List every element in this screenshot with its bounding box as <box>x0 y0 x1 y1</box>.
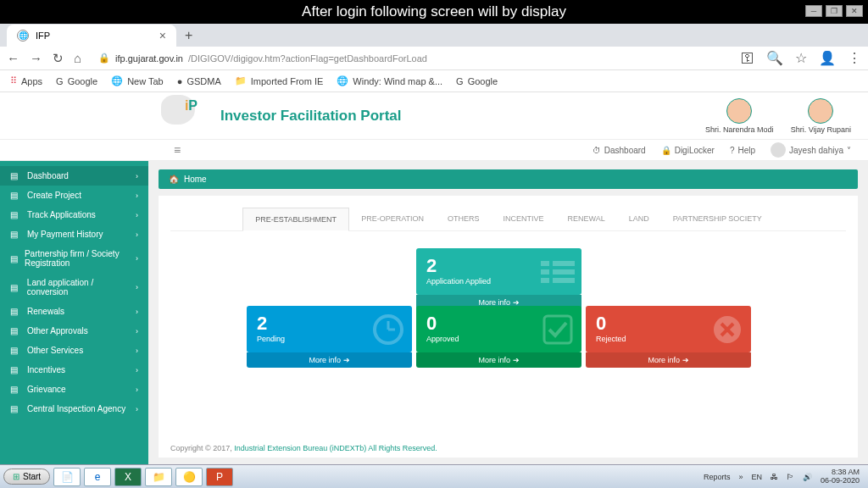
svg-rect-1 <box>553 261 575 266</box>
sidebar-item-central-inspection[interactable]: ▤Central Inspection Agency› <box>0 399 148 419</box>
sidebar-item-dashboard[interactable]: ▤Dashboard› <box>0 166 148 186</box>
expand-tray-icon[interactable]: » <box>738 473 743 481</box>
bookmarks-bar: ⠿Apps GGoogle 🌐New Tab ●GSDMA 📁Imported … <box>0 70 868 92</box>
chevron-right-icon: › <box>136 172 138 180</box>
taskbar-app[interactable]: 🟡 <box>175 468 203 486</box>
bookmark-item[interactable]: 📁Imported From IE <box>235 75 324 86</box>
language-indicator[interactable]: EN <box>751 473 762 481</box>
doc-icon: ▤ <box>10 171 22 180</box>
doc-icon: ▤ <box>10 346 22 355</box>
more-info-link[interactable]: More info ➔ <box>247 352 412 368</box>
footer-link[interactable]: Industrial Extension Bureau (iNDEXTb) Al… <box>234 444 437 452</box>
footer-text: Copyright © 2017, Industrial Extension B… <box>170 444 437 452</box>
bookmark-item[interactable]: GGoogle <box>456 76 498 86</box>
dashboard-cards: 2 Application Applied More info ➔ 2 Pend… <box>170 248 846 375</box>
profile-icon[interactable]: 👤 <box>819 50 836 66</box>
toolbar-dashboard[interactable]: ⏱Dashboard <box>593 146 646 155</box>
help-icon: ? <box>730 146 735 155</box>
card-application-applied[interactable]: 2 Application Applied More info ➔ <box>416 248 581 295</box>
bookmark-item[interactable]: 🌐New Tab <box>111 75 164 86</box>
sidebar-item-payment-history[interactable]: ▤My Payment History› <box>0 225 148 244</box>
flag-icon[interactable]: 🏳 <box>787 473 794 481</box>
chevron-right-icon: › <box>136 230 138 239</box>
tab-title: IFP <box>36 30 50 41</box>
tab-land[interactable]: LAND <box>617 208 661 230</box>
sidebar-item-grievance[interactable]: ▤Grievance› <box>0 380 148 399</box>
star-icon[interactable]: ☆ <box>795 50 807 66</box>
chevron-right-icon: › <box>136 405 138 413</box>
minimize-button[interactable]: ─ <box>805 5 822 17</box>
bookmark-item[interactable]: 🌐Windy: Wind map &... <box>337 75 442 86</box>
key-icon[interactable]: ⚿ <box>741 51 754 66</box>
taskbar-app[interactable]: X <box>114 468 142 486</box>
windows-icon: ⊞ <box>13 472 19 481</box>
sidebar-item-create-project[interactable]: ▤Create Project› <box>0 186 148 205</box>
sound-icon[interactable]: 🔊 <box>803 473 812 481</box>
reload-icon[interactable]: ↻ <box>53 51 64 66</box>
sidebar-item-other-approvals[interactable]: ▤Other Approvals› <box>0 321 148 341</box>
search-icon[interactable]: 🔍 <box>766 50 783 66</box>
tab-incentive[interactable]: INCENTIVE <box>491 208 555 230</box>
chevron-right-icon: › <box>136 366 138 374</box>
hamburger-icon[interactable]: ≡ <box>174 143 181 157</box>
maximize-button[interactable]: ❐ <box>826 5 843 17</box>
sidebar-item-other-services[interactable]: ▤Other Services› <box>0 341 148 360</box>
card-pending[interactable]: 2 Pending More info ➔ <box>247 306 412 352</box>
cross-icon <box>710 313 744 347</box>
forward-icon[interactable]: → <box>30 51 42 65</box>
taskbar-app[interactable]: 📁 <box>145 468 172 486</box>
sidebar-item-land-application[interactable]: ▤Land application / conversion› <box>0 273 148 302</box>
card-approved[interactable]: 0 Approved More info ➔ <box>416 306 581 352</box>
tab-partnership-society[interactable]: PARTNERSHIP SOCIETY <box>661 208 774 230</box>
new-tab-button[interactable]: + <box>176 25 201 47</box>
bookmark-item[interactable]: GGoogle <box>56 76 97 86</box>
browser-nav-bar: ← → ↻ ⌂ 🔒 ifp.gujarat.gov.in/DIGIGOV/dig… <box>0 47 868 70</box>
more-info-link[interactable]: More info ➔ <box>586 352 751 368</box>
tab-renewal[interactable]: RENEWAL <box>556 208 617 230</box>
start-button[interactable]: ⊞ Start <box>3 469 50 485</box>
network-icon[interactable]: 🖧 <box>771 473 778 481</box>
lock-icon: 🔒 <box>661 146 671 155</box>
card-rejected[interactable]: 0 Rejected More info ➔ <box>586 306 751 352</box>
home-icon: 🏠 <box>169 175 179 184</box>
sidebar-item-track-applications[interactable]: ▤Track Applications› <box>0 205 148 225</box>
taskbar-app[interactable]: P <box>206 468 233 486</box>
close-button[interactable]: ✕ <box>846 5 863 17</box>
sidebar-item-renewals[interactable]: ▤Renewals› <box>0 302 148 321</box>
more-info-link[interactable]: More info ➔ <box>416 352 581 368</box>
sidebar-item-incentives[interactable]: ▤Incentives› <box>0 360 148 380</box>
apps-button[interactable]: ⠿Apps <box>10 75 42 86</box>
svg-rect-2 <box>541 269 549 274</box>
url-bar[interactable]: 🔒 ifp.gujarat.gov.in/DIGIGOV/digigov.htm… <box>92 50 731 66</box>
windows-taskbar: ⊞ Start 📄 e X 📁 🟡 P Reports » EN 🖧 🏳 🔊 8… <box>0 464 868 488</box>
toolbar-digilocker[interactable]: 🔒DigiLocker <box>661 146 715 155</box>
sidebar-item-partnership-firm[interactable]: ▤Partnership firm / Society Registration… <box>0 244 148 273</box>
user-menu[interactable]: Jayesh dahiya ˅ <box>771 142 851 158</box>
toolbar-help[interactable]: ?Help <box>730 146 755 155</box>
chevron-right-icon: › <box>136 211 138 219</box>
gauge-icon: ⏱ <box>593 146 601 155</box>
browser-tab[interactable]: 🌐 IFP × <box>7 25 176 47</box>
page-header: iP Investor Facilitation Portal Shri. Na… <box>0 92 868 139</box>
taskbar-app[interactable]: 📄 <box>53 468 81 486</box>
clock[interactable]: 8:38 AM 06-09-2020 <box>821 469 860 485</box>
globe-icon: 🌐 <box>17 30 29 42</box>
taskbar-app[interactable]: e <box>84 468 111 486</box>
bookmark-item[interactable]: ●GSDMA <box>177 76 221 86</box>
list-icon <box>541 259 575 285</box>
tab-others[interactable]: OTHERS <box>436 208 492 230</box>
doc-icon: ▤ <box>10 254 19 263</box>
tab-pre-establishment[interactable]: PRE-ESTABLISHMENT <box>242 208 349 231</box>
chevron-right-icon: › <box>136 385 138 394</box>
svg-rect-5 <box>553 278 575 283</box>
reports-label[interactable]: Reports <box>704 473 731 481</box>
back-icon[interactable]: ← <box>7 51 19 65</box>
home-icon[interactable]: ⌂ <box>74 51 81 65</box>
window-controls: ─ ❐ ✕ <box>805 5 863 17</box>
tab-pre-operation[interactable]: PRE-OPERATION <box>349 208 436 230</box>
doc-icon: ▤ <box>10 230 22 239</box>
doc-icon: ▤ <box>10 191 22 200</box>
leader-photo: Shri. Vijay Rupani <box>791 98 851 134</box>
close-icon[interactable]: × <box>159 29 166 42</box>
menu-icon[interactable]: ⋮ <box>848 50 861 66</box>
